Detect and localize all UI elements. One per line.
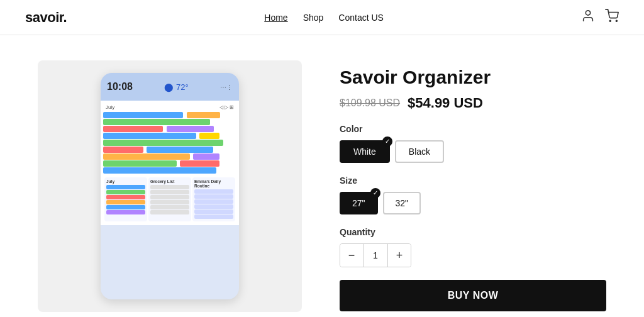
quantity-value: 1 (363, 244, 388, 267)
size-32[interactable]: 32" (383, 192, 421, 214)
cal-row-1 (103, 112, 236, 118)
product-info: Savoir Organizer $109.98 USD $54.99 USD … (340, 60, 606, 317)
panel-grocery: Grocery List (148, 177, 191, 221)
quantity-plus[interactable]: + (388, 244, 411, 267)
phone-time: 10:08 (107, 81, 133, 92)
header: savoir. Home Shop Contact US (0, 0, 644, 35)
product-title: Savoir Organizer (340, 67, 606, 87)
cal-row-8 (103, 160, 236, 167)
buy-now-button[interactable]: BUY NOW (340, 280, 606, 311)
phone-mockup: 10:08 ⬤ 72° ⋯⋮ July ◁ ▷ ⊞ (101, 73, 239, 299)
quantity-minus[interactable]: − (340, 244, 363, 267)
header-icons (581, 9, 619, 26)
size-label: Size (340, 175, 606, 186)
nav-contact[interactable]: Contact US (338, 13, 384, 23)
logo: savoir. (25, 9, 67, 26)
price-original: $109.98 USD (340, 97, 400, 109)
cal-row-2 (103, 119, 236, 125)
cal-row-7 (103, 153, 236, 160)
cal-row-6 (103, 147, 236, 153)
phone-status-bar: 10:08 ⬤ 72° ⋯⋮ (101, 73, 239, 101)
color-black[interactable]: Black (395, 140, 444, 163)
quantity-section: Quantity − 1 + (340, 227, 606, 267)
nav: Home Shop Contact US (264, 13, 384, 23)
size-options: 27" 32" (340, 192, 606, 214)
nav-shop[interactable]: Shop (303, 13, 324, 23)
panel-routine: Emma's Daily Routine (192, 177, 235, 221)
account-icon[interactable] (581, 9, 595, 26)
svg-point-2 (616, 20, 617, 21)
cart-icon[interactable] (605, 9, 619, 26)
cal-row-5 (103, 140, 236, 146)
cal-header: July ◁ ▷ ⊞ (103, 103, 236, 111)
svg-point-0 (586, 11, 590, 15)
main-content: 10:08 ⬤ 72° ⋯⋮ July ◁ ▷ ⊞ (0, 35, 644, 317)
price-sale: $54.99 USD (408, 95, 483, 111)
size-27[interactable]: 27" (340, 192, 378, 214)
cal-row-3 (103, 126, 236, 132)
product-image-area: 10:08 ⬤ 72° ⋯⋮ July ◁ ▷ ⊞ (38, 60, 302, 312)
color-label: Color (340, 124, 606, 134)
quantity-control: − 1 + (340, 243, 411, 267)
quantity-label: Quantity (340, 227, 606, 237)
nav-home[interactable]: Home (264, 13, 287, 23)
price-row: $109.98 USD $54.99 USD (340, 95, 606, 111)
color-white[interactable]: White (340, 140, 390, 163)
cal-row-9 (103, 167, 236, 174)
cal-row-4 (103, 133, 236, 139)
phone-temp: ⬤ 72° (164, 82, 188, 92)
bottom-panels: July Grocery List (103, 176, 236, 223)
phone-icons: ⋯⋮ (220, 84, 233, 91)
color-options: White Black (340, 140, 606, 163)
panel-july: July (104, 177, 147, 221)
phone-body: July ◁ ▷ ⊞ (101, 101, 239, 225)
svg-point-1 (609, 20, 611, 21)
